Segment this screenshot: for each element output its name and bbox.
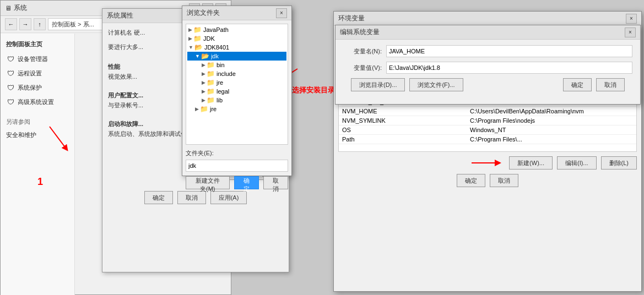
var-value-cell: C:\Users\DevilBen\AppData\Roaming\nvm xyxy=(467,107,636,116)
sidebar-title: 控制面板主页 xyxy=(1,38,74,52)
browse-dialog: 浏览文件夹 × ▶ 📁 JavaPath ▶ 📁 JDK ▼ 📂 JDK8401… xyxy=(182,6,292,176)
sidebar-item-remote[interactable]: 🛡 远程设置 xyxy=(1,66,74,80)
tree-arrow: ▶ xyxy=(202,71,205,77)
editenv-extra-buttons: 浏览目录(D)... 浏览文件(F)... 确定 取消 xyxy=(351,78,625,91)
table-row[interactable]: NVM_SYMLINKC:\Program Files\nodejs xyxy=(339,116,636,125)
var-value-input[interactable] xyxy=(386,62,632,74)
advanced-icon: 🛡 xyxy=(6,97,15,106)
sidebar-item-advanced[interactable]: 🛡 高级系统设置 xyxy=(1,95,74,109)
envvar-main-buttons: 确定 取消 xyxy=(338,174,637,187)
tree-label: lib xyxy=(217,97,223,103)
folder-icon: 📁 xyxy=(207,61,215,69)
tree-label: jre xyxy=(210,106,217,112)
tree-arrow: ▶ xyxy=(188,27,192,32)
tree-item-javapath[interactable]: ▶ 📁 JavaPath xyxy=(187,25,286,34)
sidebar-item-label: 远程设置 xyxy=(18,69,42,78)
device-manager-icon: 🛡 xyxy=(6,54,15,63)
sysprops-ok-button[interactable]: 确定 xyxy=(144,191,173,204)
edit-var-button[interactable]: 编辑(I)... xyxy=(557,156,597,170)
table-row[interactable]: NVM_HOMEC:\Users\DevilBen\AppData\Roamin… xyxy=(339,107,636,116)
var-value-cell: C:\Program Files\... xyxy=(467,135,636,144)
tree-arrow: ▼ xyxy=(195,53,200,59)
folder-icon: 📁 xyxy=(207,79,215,86)
var-name-cell: NVM_HOME xyxy=(339,107,467,116)
folder-input[interactable] xyxy=(186,160,288,172)
tree-arrow: ▶ xyxy=(202,89,205,94)
tree-item-legal[interactable]: ▶ 📁 legal xyxy=(187,87,286,96)
var-value-label: 变量值(V): xyxy=(343,64,382,72)
tree-arrow: ▶ xyxy=(188,36,192,41)
tree-item-jdk-selected[interactable]: ▼ 📂 jdk xyxy=(187,52,286,61)
folder-icon: 📁 xyxy=(193,26,202,34)
sidebar-item-label: 高级系统设置 xyxy=(18,98,54,106)
tree-label: JDK xyxy=(203,35,215,42)
visual-label: 视觉效果... xyxy=(108,73,137,81)
browse-ok-button[interactable]: 确定 xyxy=(234,176,259,189)
arrow-3-svg xyxy=(472,159,505,167)
tree-label: bin xyxy=(217,62,225,68)
sidebar-item-device-manager[interactable]: 🛡 设备管理器 xyxy=(1,52,74,66)
table-row[interactable]: PathC:\Program Files\... xyxy=(339,135,636,144)
browse-file-button[interactable]: 浏览文件(F)... xyxy=(409,78,463,91)
tree-arrow: ▼ xyxy=(188,45,193,50)
browse-titlebar: 浏览文件夹 × xyxy=(182,6,291,20)
tree-label: jdk xyxy=(211,53,219,59)
tree-label: include xyxy=(217,70,236,77)
annotation-1: 1 xyxy=(37,176,43,188)
window-title: 系统 xyxy=(14,3,27,13)
browse-tree[interactable]: ▶ 📁 JavaPath ▶ 📁 JDK ▼ 📂 JDK8401 ▼ 📂 jdk… xyxy=(186,24,288,145)
browse-title: 浏览文件夹 xyxy=(187,8,220,18)
back-button[interactable]: ← xyxy=(5,18,17,30)
var-name-row: 变量名(N): xyxy=(343,45,632,57)
table-row[interactable]: OSWindows_NT xyxy=(339,125,636,135)
editenv-dialog: 编辑系统变量 × 变量名(N): 变量值(V): 浏览目录(D)... 浏览文件… xyxy=(335,25,641,105)
var-name-input[interactable] xyxy=(386,45,632,57)
folder-icon: 📁 xyxy=(207,70,215,78)
envvar-ok-button[interactable]: 确定 xyxy=(457,174,485,187)
folder-icon: 📁 xyxy=(207,88,215,95)
tree-item-jdk[interactable]: ▶ 📁 JDK xyxy=(187,34,286,43)
tree-label: jre xyxy=(217,79,223,86)
tree-item-jre2[interactable]: ▶ 📁 jre xyxy=(187,105,286,113)
browse-dir-button[interactable]: 浏览目录(D)... xyxy=(351,78,405,91)
folder-icon: 📁 xyxy=(193,35,202,42)
envvar-controls: × xyxy=(626,14,637,24)
login-label: 与登录帐号... xyxy=(108,101,143,110)
system-vars-buttons: 新建(W)... 编辑(I)... 删除(L) xyxy=(338,156,637,170)
editenv-close-button[interactable]: × xyxy=(625,28,636,37)
tree-item-jre[interactable]: ▶ 📁 jre xyxy=(187,78,286,87)
tree-item-lib[interactable]: ▶ 📁 lib xyxy=(187,96,286,105)
envvar-close-button[interactable]: × xyxy=(626,14,637,24)
sysprops-title: 系统属性 xyxy=(107,11,133,20)
tree-item-include[interactable]: ▶ 📁 include xyxy=(187,69,286,78)
sidebar-item-protection[interactable]: 🛡 系统保护 xyxy=(1,80,74,95)
var-name-cell: OS xyxy=(339,125,467,135)
editenv-title: 编辑系统变量 xyxy=(340,28,380,37)
editenv-titlebar: 编辑系统变量 × xyxy=(335,25,640,40)
delete-var-button[interactable]: 删除(L) xyxy=(601,156,637,170)
var-value-row: 变量值(V): xyxy=(343,62,632,74)
editenv-ok-button[interactable]: 确定 xyxy=(563,78,592,91)
startup-desc: 系统启动、系统故障和调试信息 xyxy=(108,130,193,138)
var-value-cell: C:\Program Files\nodejs xyxy=(467,116,636,125)
folder-icon: 📂 xyxy=(194,43,203,51)
up-button[interactable]: ↑ xyxy=(34,18,46,30)
editenv-content: 变量名(N): 变量值(V): 浏览目录(D)... 浏览文件(F)... 确定… xyxy=(335,40,640,99)
sidebar-item-label: 安全和维护 xyxy=(6,131,36,139)
editenv-cancel-button[interactable]: 取消 xyxy=(596,78,625,91)
tree-item-jdk8401[interactable]: ▼ 📂 JDK8401 xyxy=(187,43,286,52)
protection-icon: 🛡 xyxy=(6,83,15,92)
new-folder-button[interactable]: 新建文件夹(M) xyxy=(186,176,230,189)
browse-cancel-button[interactable]: 取消 xyxy=(263,176,288,189)
forward-button[interactable]: → xyxy=(19,18,31,30)
new-var-button[interactable]: 新建(W)... xyxy=(509,156,553,170)
editenv-controls: × xyxy=(625,28,636,37)
browse-close-button[interactable]: × xyxy=(276,8,287,18)
browse-controls: × xyxy=(276,8,287,18)
envvar-cancel-button[interactable]: 取消 xyxy=(490,174,518,187)
tree-item-bin[interactable]: ▶ 📁 bin xyxy=(187,61,286,69)
folder-label: 文件夹(E): xyxy=(182,148,291,159)
folder-icon: 📁 xyxy=(200,105,208,113)
folder-icon: 📁 xyxy=(207,96,215,104)
envvar-titlebar: 环境变量 × xyxy=(334,12,641,26)
